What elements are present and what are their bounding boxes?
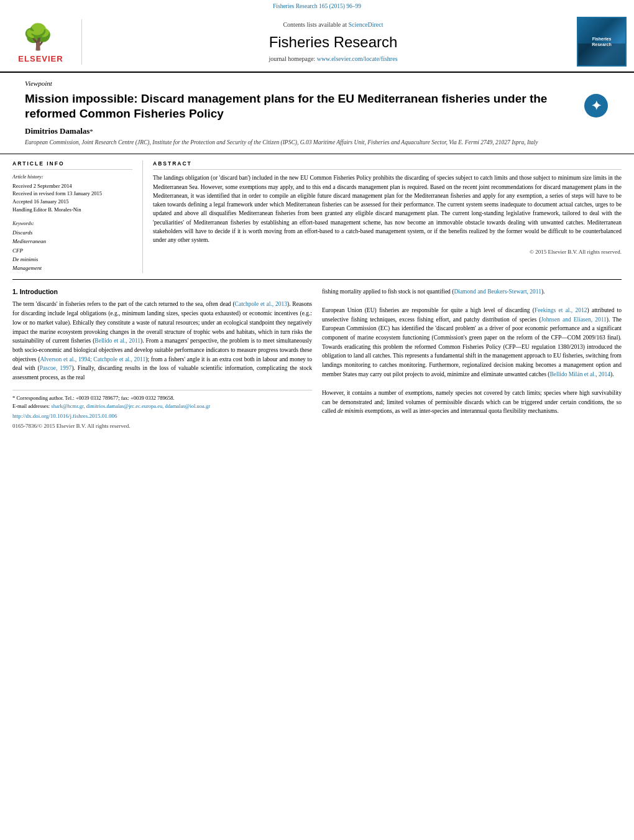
feekings-link[interactable]: Feekings et al., 2012 xyxy=(535,307,587,313)
intro-paragraph-4: However, it contains a number of exempti… xyxy=(322,389,622,416)
article-history-block: Article history: Received 2 September 20… xyxy=(12,173,132,213)
intro-paragraph-1: The term 'discards' in fisheries refers … xyxy=(12,300,312,382)
homepage-label: journal homepage: xyxy=(269,55,315,62)
journal-thumbnail: FisheriesResearch xyxy=(577,17,627,67)
revised-date: Received in revised form 13 January 2015 xyxy=(12,190,132,198)
doi-link[interactable]: http://dx.doi.org/10.1016/j.fishres.2015… xyxy=(12,413,117,419)
alverson-link[interactable]: Alverson et al., 1994; Catchpole et al.,… xyxy=(40,356,145,362)
crossmark-badge: ✦ xyxy=(584,94,609,119)
pascoe-1997-link[interactable]: Pascoe, 1997 xyxy=(40,365,72,371)
keyword-discards: Discards xyxy=(12,228,132,237)
abstract-copyright: © 2015 Elsevier B.V. All rights reserved… xyxy=(153,248,622,256)
contents-line: Contents lists available at ScienceDirec… xyxy=(90,21,577,29)
journal-title-block: Contents lists available at ScienceDirec… xyxy=(90,21,577,64)
catchpole-2013-link[interactable]: Catchpole et al., 2013 xyxy=(235,301,287,307)
body-left-column: 1. Introduction The term 'discards' in f… xyxy=(12,287,312,431)
journal-main-title: Fisheries Research xyxy=(90,32,577,53)
bellido-milan-link[interactable]: Bellido Milán et al., 2014 xyxy=(549,371,610,377)
homepage-line: journal homepage: www.elsevier.com/locat… xyxy=(90,55,577,63)
page-citation: Fisheries Research 165 (2015) 96–99 xyxy=(0,0,634,12)
keywords-block: Keywords: Discards Mediterranean CFP De … xyxy=(12,220,132,273)
johnsen-link[interactable]: Johnsen and Eliasen, 2011 xyxy=(541,316,606,323)
contents-label: Contents lists available at xyxy=(283,21,346,28)
author-marker: * xyxy=(90,127,93,135)
email-label: E-mail addresses: xyxy=(12,403,50,409)
svg-text:🌳: 🌳 xyxy=(22,22,53,52)
corresponding-author-note: * Corresponding author. Tel.: +0039 0332… xyxy=(12,394,312,402)
main-content-block: Article Info Article history: Received 2… xyxy=(0,154,634,279)
intro-section-title: 1. Introduction xyxy=(12,287,312,297)
bellido-2011-link[interactable]: Bellido et al., 2011 xyxy=(94,338,140,344)
article-info-header: Article Info xyxy=(12,160,132,170)
article-info-column: Article Info Article history: Received 2… xyxy=(12,160,143,273)
keyword-management: Management xyxy=(12,264,132,272)
intro-paragraph-3: European Union (EU) fisheries are respon… xyxy=(322,306,622,379)
footnote-block: * Corresponding author. Tel.: +0039 0332… xyxy=(12,390,312,431)
sciencedirect-link[interactable]: ScienceDirect xyxy=(348,21,383,28)
abstract-text: The landings obligation (or 'discard ban… xyxy=(153,173,622,244)
issn-line: 0165-7836/© 2015 Elsevier B.V. All right… xyxy=(12,422,312,431)
email-note: E-mail addresses: shark@hcmr.gr, dimitri… xyxy=(12,402,312,410)
intro-paragraph-2: fishing mortality applied to fish stock … xyxy=(322,287,622,297)
intro-title: Introduction xyxy=(20,288,58,295)
doi-line: http://dx.doi.org/10.1016/j.fishres.2015… xyxy=(12,412,312,421)
author-affiliation: European Commission, Joint Research Cent… xyxy=(25,139,609,147)
keywords-label: Keywords: xyxy=(12,220,132,227)
elsevier-label: ELSEVIER xyxy=(18,53,63,65)
crossmark-icon: ✦ xyxy=(584,94,608,118)
abstract-header: Abstract xyxy=(153,160,622,170)
body-right-column: fishing mortality applied to fish stock … xyxy=(322,287,622,431)
homepage-link[interactable]: www.elsevier.com/locate/fishres xyxy=(317,55,398,62)
received-date: Received 2 September 2014 xyxy=(12,182,132,190)
keyword-deminimis: De minimis xyxy=(12,255,132,264)
author-name: Dimitrios Damalas xyxy=(25,126,90,136)
viewpoint-label: Viewpoint xyxy=(25,79,609,88)
intro-number: 1. xyxy=(12,288,18,295)
history-label: Article history: xyxy=(12,173,132,180)
article-title-row: Mission impossible: Discard management p… xyxy=(25,91,609,122)
body-section: 1. Introduction The term 'discards' in f… xyxy=(0,280,634,431)
diamond-link[interactable]: Diamond and Beukers-Stewart, 2011 xyxy=(454,288,541,295)
keyword-mediterranean: Mediterranean xyxy=(12,237,132,246)
abstract-column: Abstract The landings obligation (or 'di… xyxy=(143,160,622,273)
handling-editor: Handling Editor B. Morales-Nin xyxy=(12,206,132,214)
citation-text: Fisheries Research 165 (2015) 96–99 xyxy=(273,3,361,9)
elsevier-logo-block: 🌳 ELSEVIER xyxy=(7,19,82,65)
article-title: Mission impossible: Discard management p… xyxy=(25,91,584,122)
author-line: Dimitrios Damalas* xyxy=(25,126,609,137)
elsevier-tree-icon: 🌳 xyxy=(16,19,66,53)
accepted-date: Accepted 16 January 2015 xyxy=(12,198,132,206)
keyword-cfp: CFP xyxy=(12,246,132,255)
thumb-text: FisheriesResearch xyxy=(592,36,612,47)
journal-header: 🌳 ELSEVIER Contents lists available at S… xyxy=(0,12,634,73)
elsevier-tree-svg: 🌳 xyxy=(19,21,63,52)
article-section: Viewpoint Mission impossible: Discard ma… xyxy=(0,73,634,154)
email-links[interactable]: shark@hcmr.gr, dimitrios.damalas@jrc.ec.… xyxy=(51,403,210,409)
